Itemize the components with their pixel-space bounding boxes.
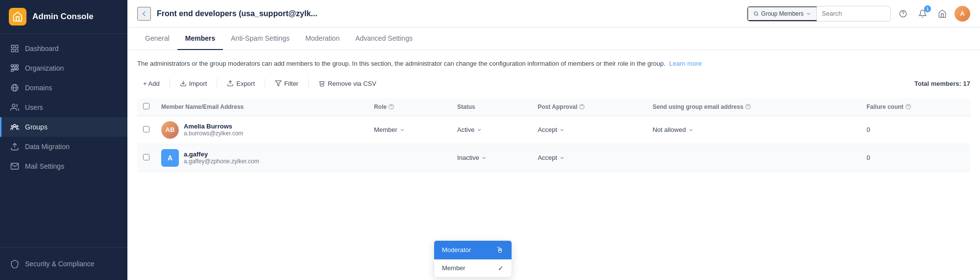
row2-post-approval-dropdown[interactable]: Accept	[538, 154, 565, 161]
search-filter-button[interactable]: Group Members	[747, 6, 817, 21]
row1-avatar: AB	[161, 121, 179, 139]
row2-role-cell	[368, 144, 451, 172]
import-button[interactable]: Import	[174, 77, 213, 90]
table-body: AB Amelia Burrows a.burrows@zylker.com M…	[137, 116, 970, 172]
member-toolbar: + Add Import Export Filter Remove via CS…	[137, 77, 970, 90]
members-table: Member Name/Email Address Role Status	[137, 98, 970, 172]
row1-member-name: Amelia Burrows	[184, 123, 244, 130]
role-column-header: Role	[368, 98, 451, 116]
dropdown-option-moderator[interactable]: Moderator 🖱	[434, 241, 512, 259]
post-approval-help-icon	[579, 103, 585, 110]
shield-icon	[10, 259, 19, 268]
members-table-container: Member Name/Email Address Role Status	[137, 98, 970, 172]
svg-point-19	[11, 126, 13, 127]
chevron-down-icon	[806, 11, 811, 17]
remove-csv-button[interactable]: Remove via CSV	[313, 77, 382, 90]
home-icon	[938, 9, 947, 18]
back-arrow-icon	[140, 9, 148, 18]
row1-checkbox[interactable]	[143, 126, 149, 132]
check-icon: ✓	[498, 264, 504, 272]
row2-post-approval-cell: Accept	[532, 144, 646, 172]
row2-member-name: a.gaffey	[184, 151, 259, 158]
svg-point-17	[12, 104, 15, 107]
export-icon	[227, 80, 234, 87]
search-icon	[753, 11, 759, 17]
row2-member-info: A a.gaffey a.gaffey@zphone.zylker.com	[161, 149, 362, 167]
row1-post-approval-dropdown[interactable]: Accept	[538, 126, 565, 133]
tab-moderation[interactable]: Moderation	[297, 27, 347, 50]
sidebar-item-groups[interactable]: Groups	[0, 117, 127, 137]
table-row: AB Amelia Burrows a.burrows@zylker.com M…	[137, 116, 970, 144]
row2-avatar: A	[161, 149, 179, 167]
svg-marker-28	[275, 81, 281, 86]
select-all-checkbox[interactable]	[143, 103, 149, 109]
select-all-header	[137, 98, 155, 116]
home-button[interactable]	[935, 6, 950, 21]
row1-role-cell: Member	[368, 116, 451, 144]
post-approval-column-header: Post Approval	[532, 98, 646, 116]
chevron-down-icon	[481, 155, 487, 161]
tab-advanced[interactable]: Advanced Settings	[347, 27, 420, 50]
description-text: The administrators or the group moderato…	[137, 59, 970, 69]
tab-anti-spam[interactable]: Anti-Spam Settings	[223, 27, 297, 50]
sidebar-item-security[interactable]: Security & Compliance	[9, 255, 119, 273]
row2-status-dropdown[interactable]: Inactive	[457, 154, 487, 161]
chevron-down-icon	[399, 127, 405, 133]
role-dropdown-popup: Moderator 🖱 Member ✓	[434, 240, 512, 278]
chevron-down-icon	[559, 127, 565, 133]
divider	[217, 78, 217, 88]
tab-members[interactable]: Members	[177, 27, 223, 50]
row2-checkbox-cell	[137, 144, 155, 172]
name-column-header: Member Name/Email Address	[155, 98, 368, 116]
org-icon	[10, 64, 19, 73]
app-logo	[9, 8, 26, 25]
migration-icon	[10, 142, 19, 151]
tabs: General Members Anti-Spam Settings Moder…	[127, 27, 980, 50]
row1-status-dropdown[interactable]: Active	[457, 126, 482, 133]
search-input[interactable]	[817, 10, 890, 17]
send-using-column-header: Send using group email address	[647, 98, 861, 116]
trash-icon	[318, 80, 325, 87]
divider	[170, 78, 170, 88]
row1-role-dropdown[interactable]: Member	[374, 126, 405, 133]
avatar-image: A	[955, 6, 970, 22]
header-row: Member Name/Email Address Role Status	[137, 98, 970, 116]
svg-rect-12	[16, 68, 19, 70]
user-avatar[interactable]: A	[955, 6, 970, 22]
globe-icon	[10, 83, 19, 92]
sidebar-nav: Dashboard Organization Domains Users Gro…	[0, 34, 127, 247]
dropdown-option-member[interactable]: Member ✓	[434, 259, 512, 277]
notifications-button[interactable]: 1	[915, 6, 930, 21]
sidebar: Admin Console Dashboard Organization Dom…	[0, 0, 127, 280]
export-button[interactable]: Export	[221, 77, 261, 90]
back-button[interactable]	[137, 7, 151, 21]
users-icon	[10, 103, 19, 112]
chevron-down-icon	[476, 127, 482, 133]
filter-button[interactable]: Filter	[269, 77, 304, 90]
svg-rect-6	[16, 65, 19, 67]
row2-checkbox[interactable]	[143, 154, 149, 160]
sidebar-item-users[interactable]: Users	[0, 98, 127, 117]
sidebar-item-domains[interactable]: Domains	[0, 78, 127, 98]
help-button[interactable]	[896, 6, 910, 21]
row2-failure-count-cell: 0	[860, 144, 970, 172]
sidebar-item-dashboard[interactable]: Dashboard	[0, 39, 127, 58]
tab-general[interactable]: General	[137, 27, 177, 50]
sidebar-item-organization[interactable]: Organization	[0, 58, 127, 78]
failure-count-column-header: Failure count	[860, 98, 970, 116]
learn-more-link[interactable]: Learn more	[669, 60, 702, 67]
row2-send-using-cell	[647, 144, 861, 172]
row1-send-using-dropdown[interactable]: Not allowed	[653, 126, 694, 133]
row1-avatar-img: AB	[161, 121, 179, 139]
topbar-right: Group Members 1 A	[747, 6, 970, 22]
svg-rect-3	[16, 50, 18, 52]
add-button[interactable]: + Add	[137, 77, 166, 90]
sidebar-item-label: Dashboard	[25, 45, 59, 52]
table-row: A a.gaffey a.gaffey@zphone.zylker.com	[137, 144, 970, 172]
sidebar-item-label: Security & Compliance	[25, 260, 95, 268]
row2-failure-count: 0	[866, 154, 870, 161]
sidebar-item-mail-settings[interactable]: Mail Settings	[0, 156, 127, 176]
sidebar-item-label: Organization	[25, 64, 64, 72]
sidebar-item-data-migration[interactable]: Data Migration	[0, 137, 127, 156]
chevron-down-icon	[688, 127, 694, 133]
